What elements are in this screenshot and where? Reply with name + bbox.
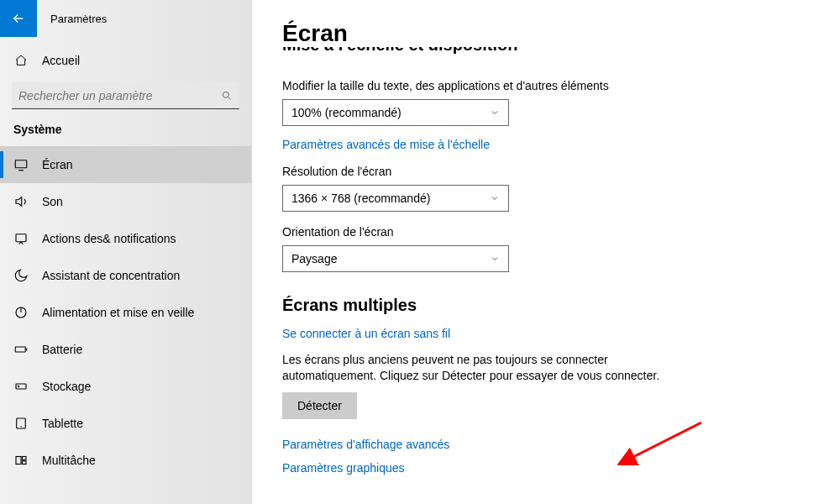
- svg-point-6: [18, 386, 19, 387]
- sidebar-item-label: Stockage: [42, 380, 91, 393]
- sidebar-item-battery[interactable]: Batterie: [0, 331, 251, 368]
- arrow-left-icon: [11, 11, 26, 26]
- battery-icon: [13, 342, 29, 357]
- main-content: Écran Mise à l'échelle et disposition Mo…: [252, 0, 840, 504]
- svg-rect-1: [15, 160, 27, 168]
- advanced-display-link[interactable]: Paramètres d'affichage avancés: [282, 438, 449, 451]
- sidebar-item-label: Tablette: [42, 417, 83, 430]
- focus-icon: [13, 268, 29, 283]
- resolution-value: 1366 × 768 (recommandé): [291, 192, 430, 205]
- home-label: Accueil: [42, 54, 80, 67]
- sidebar-item-label: Actions des& notifications: [42, 232, 176, 245]
- svg-rect-8: [16, 457, 21, 465]
- wireless-display-link[interactable]: Se connecter à un écran sans fil: [282, 327, 450, 340]
- tablet-icon: [13, 416, 29, 431]
- detect-helper-text: Les écrans plus anciens peuvent ne pas t…: [282, 352, 669, 384]
- display-icon: [13, 157, 29, 172]
- svg-point-0: [223, 92, 228, 97]
- sidebar-item-label: Alimentation et mise en veille: [42, 306, 194, 319]
- resolution-select[interactable]: 1366 × 768 (recommandé): [282, 185, 509, 212]
- sidebar-item-label: Son: [42, 195, 63, 208]
- multitask-icon: [13, 453, 29, 468]
- sidebar-item-notifications[interactable]: Actions des& notifications: [0, 220, 251, 257]
- sound-icon: [13, 194, 29, 209]
- sidebar: Paramètres Accueil Système Écran S: [0, 0, 252, 504]
- home-icon: [13, 54, 29, 67]
- page-title: Écran: [282, 20, 810, 47]
- power-icon: [13, 305, 29, 320]
- search-box[interactable]: [12, 82, 239, 109]
- sidebar-item-label: Assistant de concentration: [42, 269, 180, 282]
- storage-icon: [13, 379, 29, 394]
- multiple-displays-heading: Écrans multiples: [282, 296, 810, 315]
- chevron-down-icon: [490, 193, 500, 203]
- titlebar: Paramètres: [0, 0, 251, 37]
- advanced-scale-link[interactable]: Paramètres avancés de mise à l'échelle: [282, 138, 490, 151]
- scale-section-heading: Mise à l'échelle et disposition: [282, 47, 810, 60]
- sidebar-item-sound[interactable]: Son: [0, 183, 251, 220]
- resolution-label: Résolution de l'écran: [282, 165, 810, 178]
- sidebar-item-focus[interactable]: Assistant de concentration: [0, 257, 251, 294]
- graphics-settings-link[interactable]: Paramètres graphiques: [282, 461, 405, 475]
- sidebar-item-power[interactable]: Alimentation et mise en veille: [0, 294, 251, 331]
- sidebar-item-label: Écran: [42, 158, 73, 171]
- notifications-icon: [13, 231, 29, 246]
- search-icon: [221, 90, 233, 102]
- detect-button[interactable]: Détecter: [282, 392, 357, 419]
- svg-rect-10: [23, 461, 27, 465]
- home-item[interactable]: Accueil: [0, 45, 251, 76]
- sidebar-item-multitask[interactable]: Multitâche: [0, 442, 251, 479]
- sidebar-item-tablet[interactable]: Tablette: [0, 405, 251, 442]
- sidebar-item-display[interactable]: Écran: [0, 146, 251, 183]
- chevron-down-icon: [490, 108, 500, 118]
- search-input[interactable]: [18, 89, 221, 102]
- orientation-value: Paysage: [291, 252, 337, 265]
- svg-rect-9: [23, 457, 27, 460]
- svg-rect-4: [15, 347, 25, 352]
- window-title: Paramètres: [37, 13, 107, 25]
- chevron-down-icon: [490, 254, 500, 264]
- sidebar-item-storage[interactable]: Stockage: [0, 368, 251, 405]
- scale-value: 100% (recommandé): [291, 106, 402, 119]
- orientation-label: Orientation de l'écran: [282, 225, 810, 239]
- scale-label: Modifier la taille du texte, des applica…: [282, 79, 810, 92]
- back-button[interactable]: [0, 0, 37, 37]
- sidebar-item-label: Multitâche: [42, 454, 96, 467]
- sidebar-item-label: Batterie: [42, 343, 82, 356]
- orientation-select[interactable]: Paysage: [282, 245, 509, 272]
- scale-select[interactable]: 100% (recommandé): [282, 99, 509, 126]
- section-heading: Système: [0, 119, 251, 146]
- svg-rect-2: [16, 234, 26, 242]
